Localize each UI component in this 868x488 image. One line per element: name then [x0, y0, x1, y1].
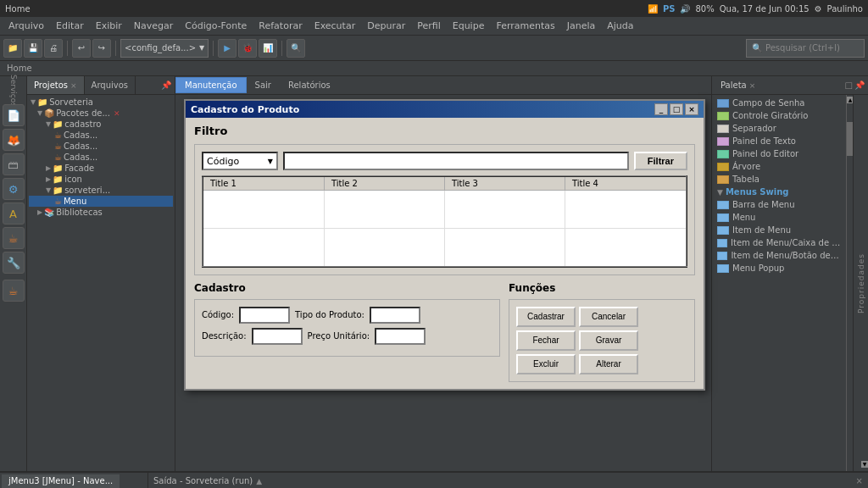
menu-arquivo[interactable]: Arquivo: [3, 19, 49, 33]
search-box[interactable]: 🔍 Pesquisar (Ctrl+l): [746, 39, 865, 58]
alterar-button[interactable]: Alterar: [579, 354, 638, 374]
tab-close-projetos[interactable]: ×: [70, 81, 77, 90]
sidebar-icon-browser[interactable]: 🦊: [3, 129, 25, 151]
palette-pin[interactable]: 📌: [854, 80, 865, 90]
central-top-nav: Manutenção Sair Relatórios: [175, 76, 711, 95]
output-close[interactable]: ×: [856, 476, 863, 485]
settings-icon[interactable]: ⚙: [815, 4, 822, 14]
sidebar-icon-workbench[interactable]: ⚙: [3, 178, 25, 200]
palette-menu[interactable]: Menu: [714, 211, 844, 224]
tree-node-icon[interactable]: ▶ 📁 icon: [29, 174, 173, 185]
sidebar-icon-font[interactable]: A: [3, 202, 25, 225]
cadastro-box: Código: Tipo do Produto: Descrição: Preç…: [194, 299, 500, 357]
palette-menus-swing-header[interactable]: ▼ Menus Swing: [714, 186, 844, 198]
tab-jmenu3[interactable]: jMenu3 [JMenu] - Nave...: [2, 474, 120, 488]
palette-maximize[interactable]: □: [845, 80, 853, 90]
gravar-button[interactable]: Gravar: [579, 330, 638, 351]
palette-tab-close[interactable]: ×: [749, 81, 756, 90]
palette-controle-giratorio[interactable]: Controle Giratório: [714, 109, 844, 122]
toolbar-btn-2[interactable]: 💾: [24, 39, 42, 58]
palette-scrollbar[interactable]: ▲ ▼: [846, 95, 853, 471]
palette-item-botao-opc[interactable]: Item de Menu/Botão de Opç...: [714, 249, 844, 262]
menu-equipe[interactable]: Equipe: [448, 19, 490, 33]
palette-arvore[interactable]: Árvore: [714, 160, 844, 173]
input-descricao[interactable]: [252, 328, 303, 345]
fechar-button[interactable]: Fechar: [516, 330, 576, 351]
tabela-icon: [717, 175, 729, 184]
excluir-button[interactable]: Excluir: [516, 354, 576, 374]
sidebar-icon-java2[interactable]: ☕: [3, 280, 25, 302]
output-arrow[interactable]: ▲: [256, 477, 262, 485]
palette-item-de-menu[interactable]: Item de Menu: [714, 224, 844, 236]
input-codigo[interactable]: [239, 307, 290, 324]
menu-executar[interactable]: Executar: [309, 19, 361, 33]
tree-node-cadastro[interactable]: ▼ 📁 cadastro: [29, 119, 173, 130]
cancelar-button[interactable]: Cancelar: [579, 307, 638, 327]
tree-node-bibliotecas[interactable]: ▶ 📚 Bibliotecas: [29, 207, 173, 218]
dialog-maximize-btn[interactable]: □: [670, 103, 683, 115]
palette-item-caixa-selec[interactable]: Item de Menu/Caixa de Selec...: [714, 236, 844, 249]
tab-projetos[interactable]: Projetos ×: [27, 76, 85, 94]
menu-codigo-fonte[interactable]: Código-Fonte: [180, 19, 252, 33]
menu-janela[interactable]: Janela: [562, 19, 601, 33]
scroll-down[interactable]: ▼: [861, 461, 868, 468]
tab-sair[interactable]: Sair: [247, 78, 280, 92]
filtrar-button[interactable]: Filtrar: [634, 152, 687, 170]
filtro-dropdown[interactable]: Código ▼: [202, 152, 278, 170]
tree-node-cadas3[interactable]: ☕ Cadas...: [29, 152, 173, 163]
search-icon: 🔍: [752, 43, 762, 53]
tree-node-cadas1[interactable]: ☕ Cadas...: [29, 130, 173, 141]
project-tabs: Projetos × Arquivos 📌: [27, 76, 175, 95]
tree-node-menu-java[interactable]: ☕ Menu: [29, 196, 173, 207]
sidebar-icon-java[interactable]: ☕: [3, 227, 25, 249]
sidebar-icon-settings2[interactable]: 🔧: [3, 252, 25, 274]
menu-ajuda[interactable]: Ajuda: [602, 19, 638, 33]
toolbar-undo[interactable]: ↩: [72, 39, 91, 58]
palette-menu-popup[interactable]: Menu Popup: [714, 262, 844, 274]
toolbar-sep-2: [115, 41, 116, 56]
tab-relatorios[interactable]: Relatórios: [280, 78, 339, 92]
filtro-input[interactable]: [283, 152, 629, 170]
tab-paleta[interactable]: Paleta ×: [715, 79, 760, 92]
menu-ferramentas[interactable]: Ferramentas: [491, 19, 559, 33]
palette-barra-menu[interactable]: Barra de Menu: [714, 198, 844, 211]
toolbar-btn-1[interactable]: 📁: [3, 39, 22, 58]
menu-navegar[interactable]: Navegar: [129, 19, 179, 33]
toolbar-run[interactable]: ▶: [218, 39, 236, 58]
palette-painel-editor[interactable]: Painel do Editor: [714, 147, 844, 160]
toolbar-search[interactable]: 🔍: [287, 39, 305, 58]
panel-pin[interactable]: 📌: [161, 80, 171, 90]
menu-depurar[interactable]: Depurar: [362, 19, 410, 33]
palette-tabela[interactable]: Tabela: [714, 173, 844, 186]
sidebar-icon-file[interactable]: 📄: [3, 104, 25, 126]
input-preco[interactable]: [375, 328, 426, 345]
tree-node-facade[interactable]: ▶ 📁 Facade: [29, 163, 173, 174]
output-title: Saída - Sorveteria (run): [153, 476, 253, 485]
dialog-minimize-btn[interactable]: _: [654, 103, 668, 115]
cadastrar-button[interactable]: Cadastrar: [516, 307, 576, 327]
breadcrumb: Home: [0, 61, 868, 76]
toolbar-profile[interactable]: 📊: [259, 39, 277, 58]
menu-exibir[interactable]: Exibir: [91, 19, 127, 33]
tree-node-sorveteria[interactable]: ▼ 📁 Sorveteria: [29, 97, 173, 108]
table-col-3: Title 3: [444, 176, 565, 191]
input-tipo[interactable]: [370, 307, 420, 324]
sidebar-icon-services[interactable]: Serviços: [3, 80, 25, 102]
tab-arquivos[interactable]: Arquivos: [85, 76, 136, 94]
menu-editar[interactable]: Editar: [51, 19, 89, 33]
palette-campo-senha[interactable]: Campo de Senha: [714, 97, 844, 109]
toolbar-redo[interactable]: ↪: [92, 39, 111, 58]
config-dropdown[interactable]: <config_defa...> ▼: [120, 39, 209, 58]
tab-manutencao[interactable]: Manutenção: [175, 77, 247, 93]
menu-perfil[interactable]: Perfil: [412, 19, 446, 33]
dialog-close-btn[interactable]: ×: [685, 103, 698, 115]
palette-painel-texto[interactable]: Painel de Texto: [714, 135, 844, 147]
tree-node-sorveteri[interactable]: ▼ 📁 sorveteri...: [29, 185, 173, 196]
menu-refatorar[interactable]: Refatorar: [253, 19, 307, 33]
tree-node-pacotes[interactable]: ▼ 📦 Pacotes de... ✕: [29, 108, 173, 119]
sidebar-icon-database[interactable]: 🗃: [3, 153, 25, 175]
tree-node-cadas2[interactable]: ☕ Cadas...: [29, 141, 173, 152]
palette-separador[interactable]: Separador: [714, 122, 844, 135]
toolbar-debug[interactable]: 🐞: [238, 39, 257, 58]
toolbar-btn-3[interactable]: 🖨: [44, 39, 63, 58]
